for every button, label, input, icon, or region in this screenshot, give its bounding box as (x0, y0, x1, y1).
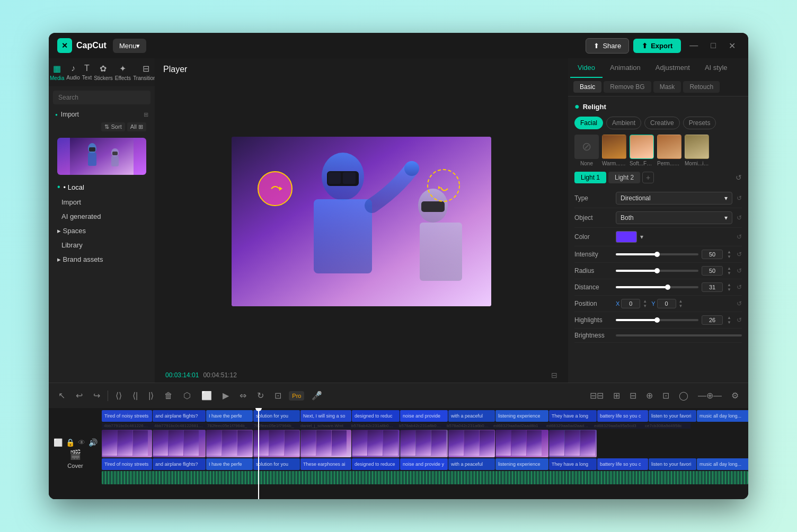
distance-up[interactable]: ▲ (726, 283, 732, 287)
playhead[interactable] (258, 408, 259, 499)
trim-left[interactable]: ⟨| (129, 388, 141, 403)
type-reset-icon[interactable]: ↺ (737, 194, 742, 202)
color-dropdown-icon[interactable]: ▾ (640, 233, 643, 241)
sub2-seg-3[interactable]: solution for you (253, 458, 300, 470)
pos-y-up[interactable]: ▲ (678, 299, 684, 304)
sub2-seg-12[interactable]: music all day long... (697, 458, 748, 470)
sub2-seg-11[interactable]: listen to your favori (649, 458, 696, 470)
mask-tool[interactable]: ⬡ (180, 388, 194, 403)
face-tab-facial[interactable]: Facial (574, 117, 603, 129)
preset-warm-light[interactable]: Warm...ight (602, 135, 626, 166)
vid-seg-2[interactable] (206, 430, 253, 457)
magnetic-tool[interactable]: ⊞ (610, 388, 623, 403)
mic-btn[interactable]: 🎤 (308, 388, 325, 403)
delete-tool[interactable]: 🗑 (161, 389, 176, 403)
vid-seg-7[interactable] (448, 430, 495, 457)
sub2-seg-6[interactable]: noise and provide y (400, 458, 448, 470)
play-btn[interactable]: ▶ (219, 388, 232, 403)
maximize-button[interactable]: □ (706, 39, 720, 52)
preset-perm-ated[interactable]: Perm...ated (657, 135, 681, 166)
color-reset-icon[interactable]: ↺ (737, 233, 742, 241)
sub2-seg-2[interactable]: I have the perfe (206, 458, 253, 470)
highlights-down[interactable]: ▼ (726, 321, 732, 325)
pro-btn[interactable]: Pro (289, 391, 304, 401)
object-dropdown[interactable]: Both ▾ (616, 211, 732, 224)
preset-soft-face[interactable]: Soft...Face (630, 135, 654, 166)
nav-import[interactable]: Import (53, 195, 150, 209)
radius-up[interactable]: ▲ (726, 267, 732, 271)
sub2-seg-10[interactable]: battery life so you c (597, 458, 648, 470)
subtab-remove-bg[interactable]: Remove BG (604, 81, 651, 93)
highlights-reset-icon[interactable]: ↺ (737, 316, 742, 324)
sub2-seg-0[interactable]: Tired of noisy streets (102, 458, 152, 470)
copy-tool[interactable]: ⊡ (659, 388, 672, 403)
light-tab-1[interactable]: Light 1 (574, 172, 606, 183)
toolbar-stickers[interactable]: ✿ Stickers (93, 60, 114, 84)
add-track[interactable]: ⊕ (643, 388, 656, 403)
subtab-basic[interactable]: Basic (573, 81, 601, 93)
face-tab-presets[interactable]: Presets (683, 117, 716, 129)
highlights-up[interactable]: ▲ (726, 316, 732, 320)
vid-seg-9[interactable] (549, 430, 597, 457)
color-swatch[interactable] (616, 231, 637, 243)
sub-seg-10[interactable]: battery life so you c (597, 410, 648, 422)
sub2-seg-7[interactable]: with a peaceful (448, 458, 495, 470)
player-frame[interactable] (232, 137, 491, 306)
grid-view-btn[interactable]: ⊞ (144, 111, 148, 118)
all-button[interactable]: All ⊞ (127, 122, 146, 131)
toolbar-text[interactable]: T Text (81, 60, 93, 84)
sub-seg-4[interactable]: Next, I will sing a so (300, 410, 351, 422)
light-tab-2[interactable]: Light 2 (608, 172, 640, 183)
pos-x-down[interactable]: ▼ (642, 304, 648, 308)
preset-morni-light[interactable]: Morni...ight (685, 135, 709, 166)
settings-btn[interactable]: ⚙ (728, 388, 742, 403)
position-reset-icon[interactable]: ↺ (737, 300, 742, 307)
rotate-btn[interactable]: ↻ (254, 388, 267, 403)
nav-spaces[interactable]: ▸ Spaces (53, 224, 150, 238)
object-reset-icon[interactable]: ↺ (737, 214, 742, 221)
highlights-input[interactable] (702, 315, 723, 325)
menu-button[interactable]: Menu▾ (113, 39, 147, 53)
intensity-down[interactable]: ▼ (726, 255, 732, 259)
vid-seg-0[interactable] (102, 430, 152, 457)
sub2-seg-8[interactable]: listening experience (495, 458, 548, 470)
sub-seg-11[interactable]: listen to your favori (649, 410, 696, 422)
select-tool[interactable]: ↖ (55, 388, 68, 403)
radius-thumb[interactable] (654, 268, 660, 273)
sub-seg-3[interactable]: solution for you (253, 410, 300, 422)
vid-seg-1[interactable] (153, 430, 206, 457)
marker-tool[interactable]: ◯ (676, 388, 692, 403)
minimize-button[interactable]: — (685, 39, 702, 52)
sub2-seg-1[interactable]: and airplane flights? (153, 458, 206, 470)
pos-y-input[interactable] (657, 299, 676, 308)
zoom-tool[interactable]: —⊕— (695, 388, 725, 403)
export-button[interactable]: ⬆ Export (633, 39, 681, 53)
flip-h[interactable]: ⇔ (236, 388, 250, 403)
vid-seg-5[interactable] (352, 430, 400, 457)
sub-seg-1[interactable]: and airplane flights? (153, 410, 206, 422)
share-button[interactable]: ⬆ Share (586, 38, 629, 54)
brightness-slider[interactable] (616, 334, 742, 336)
vid-seg-8[interactable] (495, 430, 548, 457)
highlights-slider[interactable] (616, 319, 698, 321)
distance-input[interactable] (702, 282, 723, 292)
pos-x-up[interactable]: ▲ (642, 299, 648, 304)
sub-seg-12[interactable]: music all day long... (697, 410, 748, 422)
crop-tool[interactable]: ⬜ (198, 388, 215, 403)
subtab-retouch[interactable]: Retouch (683, 81, 720, 93)
toolbar-media[interactable]: ▦ Media (49, 60, 65, 84)
highlights-thumb[interactable] (654, 317, 660, 323)
radius-slider[interactable] (616, 270, 698, 272)
toolbar-audio[interactable]: ♪ Audio (65, 60, 81, 84)
sub2-seg-4[interactable]: These earphones ai (300, 458, 351, 470)
reset-light-button[interactable]: ↺ (736, 173, 742, 182)
audio-segment[interactable] (102, 471, 748, 484)
import-label[interactable]: Import (61, 111, 79, 118)
close-button[interactable]: ✕ (724, 39, 740, 53)
preset-none[interactable]: ⊘ None (574, 135, 599, 166)
toolbar-effects[interactable]: ✦ Effects (114, 60, 132, 84)
sub-seg-8[interactable]: listening experience (495, 410, 548, 422)
vid-seg-4[interactable] (300, 430, 351, 457)
sub-seg-9[interactable]: They have a long (549, 410, 597, 422)
distance-reset-icon[interactable]: ↺ (737, 283, 742, 291)
